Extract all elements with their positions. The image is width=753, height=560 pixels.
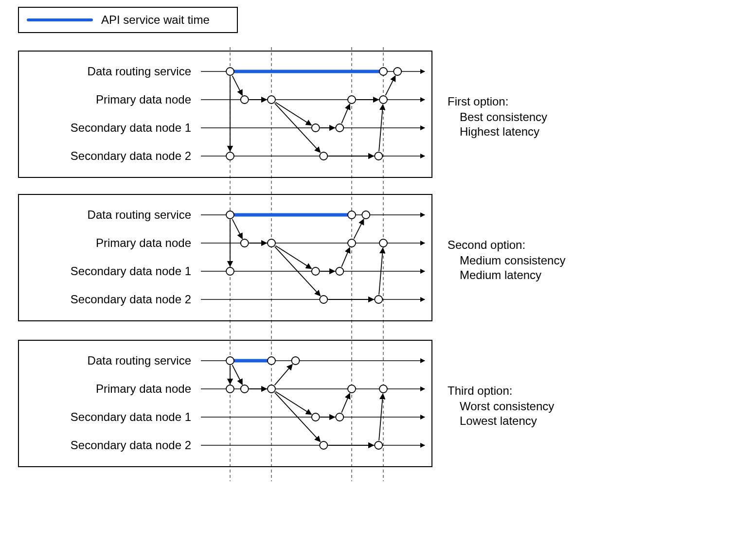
event-arrow	[275, 245, 311, 268]
lane-label: Secondary data node 1	[71, 264, 191, 278]
event-node	[336, 124, 343, 132]
lane-label: Data routing service	[88, 354, 191, 367]
event-arrow	[354, 219, 364, 239]
event-arrow	[233, 365, 243, 385]
event-node	[226, 385, 234, 393]
option-detail: Medium consistency	[460, 254, 565, 267]
event-arrow	[274, 365, 292, 385]
event-node	[226, 357, 234, 365]
event-node	[226, 68, 234, 75]
event-arrow	[275, 102, 311, 125]
event-node	[268, 357, 275, 365]
event-node	[241, 385, 249, 393]
event-node	[241, 96, 249, 104]
latency-diagram: API service wait timeData routing servic…	[0, 0, 753, 560]
event-node	[226, 152, 234, 160]
lane-label: Secondary data node 1	[71, 121, 191, 134]
event-node	[336, 413, 343, 421]
lane-label: Secondary data node 2	[71, 293, 191, 306]
lane-label: Primary data node	[96, 236, 191, 249]
event-arrow	[341, 393, 350, 413]
option-detail: Highest latency	[460, 125, 539, 138]
event-node	[375, 441, 382, 449]
event-node	[268, 239, 275, 247]
lane-label: Secondary data node 2	[71, 149, 191, 162]
event-node	[268, 385, 275, 393]
event-node	[292, 357, 300, 365]
event-node	[241, 239, 249, 247]
event-node	[348, 211, 356, 219]
option-detail: Lowest latency	[460, 414, 537, 427]
legend-label: API service wait time	[101, 13, 210, 26]
event-arrow	[341, 104, 350, 123]
event-node	[379, 239, 387, 247]
event-node	[226, 211, 234, 219]
option-title: Third option:	[448, 384, 512, 397]
event-arrow	[233, 219, 243, 239]
event-arrow	[341, 247, 350, 267]
event-node	[348, 96, 356, 104]
option-detail: Best consistency	[460, 110, 547, 123]
event-node	[320, 296, 327, 303]
event-node	[348, 385, 356, 393]
event-node	[348, 239, 356, 247]
event-node	[375, 152, 382, 160]
option-detail: Worst consistency	[460, 400, 554, 413]
lane-label: Data routing service	[88, 65, 191, 78]
event-node	[320, 152, 327, 160]
event-node	[226, 267, 234, 275]
event-node	[320, 441, 327, 449]
option-detail: Medium latency	[460, 268, 541, 281]
event-arrow	[386, 76, 395, 95]
lane-label: Data routing service	[88, 208, 191, 221]
event-arrow	[233, 76, 243, 95]
event-node	[379, 385, 387, 393]
event-node	[362, 211, 370, 219]
event-node	[312, 124, 320, 132]
lane-label: Primary data node	[96, 382, 191, 395]
lane-label: Secondary data node 1	[71, 410, 191, 423]
event-node	[268, 96, 275, 104]
event-node	[312, 267, 320, 275]
event-node	[375, 296, 382, 303]
option-title: First option:	[448, 95, 508, 108]
lane-label: Secondary data node 2	[71, 438, 191, 452]
lane-label: Primary data node	[96, 93, 191, 106]
option-title: Second option:	[448, 238, 525, 251]
event-arrow	[275, 391, 311, 414]
event-node	[394, 68, 401, 75]
event-node	[379, 96, 387, 104]
event-node	[336, 267, 343, 275]
event-node	[379, 68, 387, 75]
event-node	[312, 413, 320, 421]
